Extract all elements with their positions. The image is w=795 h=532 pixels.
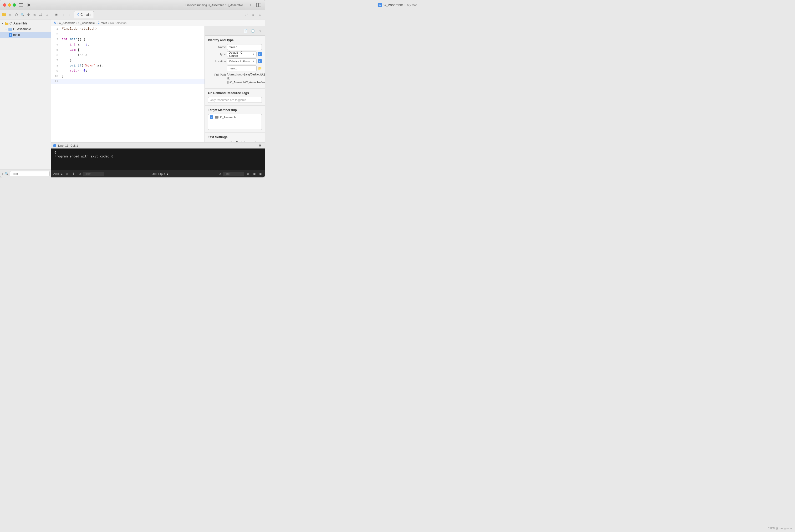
console-filter-input-left[interactable] bbox=[83, 172, 104, 176]
split-1-button[interactable]: ▣ bbox=[252, 172, 257, 176]
type-dropdown-arrow: ▼ bbox=[252, 53, 255, 55]
sidebar-item-main[interactable]: C main bbox=[0, 32, 51, 38]
bc-project[interactable]: C_Assemble bbox=[59, 21, 75, 24]
line-num-4: 4 bbox=[51, 42, 61, 47]
breadcrumb-bar: A › C_Assemble › C_Assemble › C main › N… bbox=[51, 19, 265, 26]
report-icon-btn[interactable]: □ bbox=[44, 12, 50, 17]
bc-file-lang: C bbox=[98, 21, 100, 24]
sidebar-footer: + 🔍 ⊞ ⊟ bbox=[0, 170, 51, 177]
location-file-field[interactable]: main.c bbox=[227, 65, 257, 71]
membership-section: Target Membership ✓ C_Assemble bbox=[205, 106, 265, 133]
identity-section: Identity and Type Name main.c Type Defau… bbox=[205, 36, 265, 89]
file-inspector-btn[interactable]: 📄 bbox=[242, 28, 248, 34]
location-value-field[interactable]: Relative to Group ▼ bbox=[227, 58, 257, 64]
folder-icon-btn[interactable] bbox=[2, 12, 6, 17]
sidebar-filter-input[interactable] bbox=[10, 171, 50, 176]
ondemand-title: On Demand Resource Tags bbox=[208, 91, 262, 95]
line-num-2: 2 bbox=[51, 32, 61, 37]
sidebar-item-group[interactable]: ▼ C_Assemble bbox=[0, 20, 51, 26]
layout-button[interactable] bbox=[255, 3, 262, 7]
sidebar-folder-label: C_Assemble bbox=[13, 27, 31, 31]
eye-button[interactable]: 👁 bbox=[65, 172, 70, 176]
sidebar-file-label: main bbox=[13, 33, 20, 37]
sidebar-toolbar: ⚠ ⬡ 🔍 ⚙ ◎ ⎇ □ bbox=[0, 10, 51, 19]
search-icon-btn[interactable]: 🔍 bbox=[20, 12, 25, 17]
info-button[interactable]: ℹ bbox=[71, 172, 76, 176]
editor-bottom-bar: Line: 11 Col: 1 ⊞ bbox=[51, 142, 265, 149]
split-2-button[interactable]: ▣ bbox=[258, 172, 263, 176]
sidebar-content: ▼ C_Assemble ▼ C_Assemble bbox=[0, 19, 51, 170]
line-num-7: 7 bbox=[51, 58, 61, 63]
type-value-text: Default - C Source bbox=[229, 51, 251, 57]
add-file-button[interactable]: + bbox=[2, 171, 4, 176]
console-right-filter: ⊙ bbox=[217, 172, 244, 176]
add-tab-button[interactable]: + bbox=[247, 3, 253, 7]
forward-button[interactable]: › bbox=[67, 12, 73, 18]
trash-button[interactable]: 🗑 bbox=[246, 172, 250, 176]
tags-box[interactable]: Only resources are taggable bbox=[208, 97, 262, 103]
main-layout: ⚠ ⬡ 🔍 ⚙ ◎ ⎇ □ ▼ C_Assemble bbox=[0, 10, 265, 177]
location-file-text: main.c bbox=[229, 67, 237, 70]
inspector-toggle-button[interactable]: □ bbox=[257, 12, 263, 18]
membership-title: Target Membership bbox=[208, 108, 262, 112]
settings-icon-btn[interactable]: ⚙ bbox=[26, 12, 31, 17]
console-footer: Auto ▲ 👁 ℹ ⊙ All Output ▲ ⊙ bbox=[51, 170, 265, 177]
close-button[interactable] bbox=[3, 3, 6, 6]
location-file-row: main.c 📁 bbox=[208, 65, 262, 71]
lines-button[interactable]: ≡ bbox=[250, 12, 256, 18]
line-status: Line: 11 bbox=[58, 144, 68, 147]
bc-sep-1: › bbox=[57, 21, 58, 24]
code-line-5: 5 asm { bbox=[51, 47, 205, 53]
run-icon bbox=[27, 3, 31, 7]
sidebar-toggle-button[interactable] bbox=[18, 3, 24, 7]
membership-checkbox-1[interactable]: ✓ bbox=[210, 115, 213, 119]
console-output: 9 Program ended with exit code: 0 bbox=[54, 151, 262, 158]
type-value-field[interactable]: Default - C Source ▼ bbox=[227, 51, 257, 57]
code-editor[interactable]: 1 #include <stdio.h> 2 3 int main() { bbox=[51, 26, 205, 142]
code-line-1: 1 #include <stdio.h> bbox=[51, 26, 205, 32]
console: 9 Program ended with exit code: 0 Auto ▲… bbox=[51, 149, 265, 177]
tab-main[interactable]: C C main bbox=[74, 11, 94, 18]
membership-target-icon bbox=[215, 116, 219, 118]
split-editor-button[interactable]: ⇄ bbox=[243, 12, 249, 18]
all-output-select[interactable]: All Output ▲ bbox=[152, 172, 169, 176]
membership-label-1: C_Assemble bbox=[220, 116, 236, 119]
back-button[interactable]: ‹ bbox=[60, 12, 66, 18]
location-file-browse-button[interactable]: 📁 bbox=[258, 66, 262, 71]
history-icon-btn[interactable]: ◎ bbox=[32, 12, 37, 17]
encoding-value-field[interactable]: No Explicit Encoding ▼ bbox=[229, 141, 256, 142]
warning-icon-btn[interactable]: ⚠ bbox=[7, 12, 13, 17]
col-status: Col: 1 bbox=[71, 144, 78, 147]
history-inspector-btn[interactable]: 🕐 bbox=[250, 28, 255, 34]
type-dropdown-button[interactable]: ▼ bbox=[258, 52, 262, 56]
membership-item-1: ✓ C_Assemble bbox=[210, 115, 260, 119]
filter-toggle-button[interactable]: 🔍 bbox=[5, 171, 9, 176]
bc-group[interactable]: C_Assemble bbox=[78, 21, 95, 24]
minimize-button[interactable] bbox=[8, 3, 11, 6]
branch-icon-btn[interactable]: ⎇ bbox=[38, 12, 43, 17]
code-line-8: 8 printf("%d\n",a); bbox=[51, 63, 205, 68]
auto-chevron: ▲ bbox=[60, 172, 63, 176]
inspector-panel: 📄 🕐 ℹ Identity and Type Name main.c bbox=[205, 26, 265, 142]
info-inspector-btn[interactable]: ℹ bbox=[257, 28, 263, 34]
console-filter-input-right[interactable] bbox=[223, 172, 244, 176]
error-icon-btn[interactable]: ⬡ bbox=[14, 12, 19, 17]
all-output-label: All Output bbox=[152, 172, 165, 176]
status-text: Finished running C_Assemble : C_Assemble bbox=[186, 3, 243, 6]
svg-rect-0 bbox=[19, 3, 23, 4]
code-line-9: 9 return 0; bbox=[51, 68, 205, 74]
screen-btn[interactable]: ⊞ bbox=[257, 143, 263, 149]
grid-view-button[interactable]: ⊞ bbox=[53, 12, 59, 18]
name-value-field[interactable]: main.c bbox=[227, 44, 262, 50]
window: A C_Assemble › My Mac Finished running C… bbox=[0, 0, 265, 177]
maximize-button[interactable] bbox=[13, 3, 16, 6]
sidebar-item-folder[interactable]: ▼ C_Assemble bbox=[0, 26, 51, 32]
line-num-8: 8 bbox=[51, 63, 61, 68]
bc-file[interactable]: main bbox=[101, 21, 107, 24]
filter-icon-right: ⊙ bbox=[217, 172, 222, 176]
fullpath-text: /Users/zhongyijiang/Desktop/实验用项目/C_Asse… bbox=[227, 73, 265, 84]
sidebar-group-label: C_Assemble bbox=[10, 22, 27, 25]
location-dropdown-button[interactable]: ▼ bbox=[258, 59, 262, 63]
identity-title: Identity and Type bbox=[208, 38, 262, 42]
run-button[interactable] bbox=[26, 2, 32, 8]
